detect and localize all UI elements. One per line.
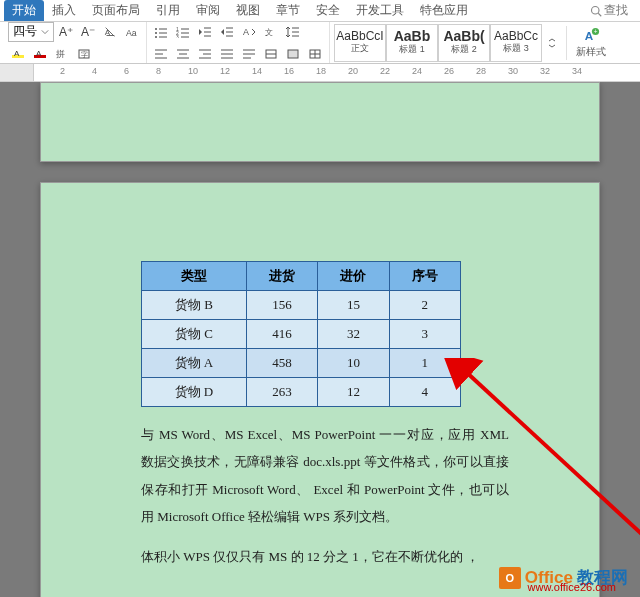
ruler-tick: 18 [316,66,326,76]
svg-text:A: A [243,27,249,37]
tab-insert[interactable]: 插入 [44,0,84,21]
table-row[interactable]: 货物 C 416 32 3 [142,320,461,349]
tab-settings-button[interactable] [261,44,281,64]
paragraph-group: 123 A 文 [147,22,330,63]
style-heading3[interactable]: AaBbCc标题 3 [490,24,542,62]
ruler-tick: 34 [572,66,582,76]
ruler-tick: 4 [92,66,97,76]
style-heading2[interactable]: AaBb(标题 2 [438,24,490,62]
svg-text:3: 3 [176,34,179,38]
align-left-button[interactable] [151,44,171,64]
tab-sections[interactable]: 章节 [268,0,308,21]
office-icon: O [499,567,521,589]
borders-button[interactable] [305,44,325,64]
change-case-button[interactable]: Aa [122,22,142,42]
tab-dev[interactable]: 开发工具 [348,0,412,21]
font-size-value: 四号 [13,23,37,40]
svg-text:A: A [36,49,42,58]
svg-point-13 [155,32,157,34]
new-style-button[interactable]: A+ 新样式 [571,27,611,59]
previous-page[interactable] [40,82,600,162]
highlight-button[interactable]: A [8,44,28,64]
svg-point-15 [155,36,157,38]
annotation-arrow [436,358,640,548]
col-header[interactable]: 进货 [246,262,317,291]
ruler-tick: 30 [508,66,518,76]
svg-text:文: 文 [265,28,273,37]
tab-special[interactable]: 特色应用 [412,0,476,21]
char-border-button[interactable]: 字 [74,44,94,64]
ruler-tick: 10 [188,66,198,76]
tab-view[interactable]: 视图 [228,0,268,21]
align-center-button[interactable] [173,44,193,64]
chevron-up-down-icon [547,38,557,48]
col-header[interactable]: 类型 [142,262,247,291]
styles-more-button[interactable] [542,24,562,62]
ruler-tick: 2 [60,66,65,76]
search-box[interactable]: 查找 [590,2,628,19]
svg-line-58 [464,370,640,538]
chevron-down-icon [41,28,49,36]
ruler-tick: 20 [348,66,358,76]
current-page[interactable]: 类型 进货 进价 序号 货物 B 156 15 2 货物 C 416 32 3 … [40,182,600,597]
decrease-font-button[interactable]: A⁻ [78,22,98,42]
ribbon-tabs: 开始 插入 页面布局 引用 审阅 视图 章节 安全 开发工具 特色应用 查找 [0,0,640,22]
svg-text:字: 字 [81,51,88,58]
ruler-tick: 8 [156,66,161,76]
tab-references[interactable]: 引用 [148,0,188,21]
align-justify-button[interactable] [217,44,237,64]
bullets-button[interactable] [151,22,171,42]
svg-point-11 [155,28,157,30]
tab-review[interactable]: 审阅 [188,0,228,21]
ruler-tick: 16 [284,66,294,76]
increase-font-button[interactable]: A⁺ [56,22,76,42]
ruler-tick: 14 [252,66,262,76]
table-row[interactable]: 货物 B 156 15 2 [142,291,461,320]
ruler-tick: 26 [444,66,454,76]
horizontal-ruler[interactable]: 2 4 6 8 10 12 14 16 18 20 22 24 26 28 30… [0,64,640,82]
align-distribute-button[interactable] [239,44,259,64]
shading-button[interactable] [283,44,303,64]
ruler-tick: 32 [540,66,550,76]
ruler-tick: 28 [476,66,486,76]
increase-indent-button[interactable] [217,22,237,42]
search-label: 查找 [604,2,628,19]
col-header[interactable]: 进价 [318,262,389,291]
svg-rect-51 [288,50,298,58]
svg-text:拼: 拼 [56,49,65,59]
style-normal[interactable]: AaBbCcI正文 [334,24,386,62]
style-heading1[interactable]: AaBb标题 1 [386,24,438,62]
watermark-url: www.office26.com [528,581,616,593]
line-spacing-button[interactable] [283,22,303,42]
ruler-tick: 6 [124,66,129,76]
tab-security[interactable]: 安全 [308,0,348,21]
tab-start[interactable]: 开始 [4,0,44,21]
document-canvas[interactable]: 类型 进货 进价 序号 货物 B 156 15 2 货物 C 416 32 3 … [0,82,640,597]
clear-format-button[interactable]: A [100,22,120,42]
char-scale-button[interactable]: A [239,22,259,42]
numbering-button[interactable]: 123 [173,22,193,42]
font-size-selector[interactable]: 四号 [8,22,54,42]
table-row-highlighted[interactable]: 货物 A 458 10 1 [142,349,461,378]
phonetic-guide-button[interactable]: 拼 [52,44,72,64]
font-group: 四号 A⁺ A⁻ A Aa A A 拼 字 [4,22,147,63]
ruler-tick: 24 [412,66,422,76]
decrease-indent-button[interactable] [195,22,215,42]
col-header[interactable]: 序号 [389,262,460,291]
font-color-button[interactable]: A [30,44,50,64]
data-table[interactable]: 类型 进货 进价 序号 货物 B 156 15 2 货物 C 416 32 3 … [141,261,461,407]
ruler-corner [0,64,34,81]
ruler-tick: 22 [380,66,390,76]
styles-group: AaBbCcI正文 AaBb标题 1 AaBb(标题 2 AaBbCc标题 3 … [330,22,615,63]
svg-text:A: A [105,27,111,36]
search-icon [590,5,602,17]
ribbon-toolbar: 四号 A⁺ A⁻ A Aa A A 拼 字 123 A [0,22,640,64]
svg-point-0 [592,6,600,14]
svg-line-1 [598,13,601,16]
text-direction-button[interactable]: 文 [261,22,281,42]
svg-text:+: + [594,28,598,35]
tab-layout[interactable]: 页面布局 [84,0,148,21]
align-right-button[interactable] [195,44,215,64]
table-row[interactable]: 货物 D 263 12 4 [142,378,461,407]
watermark-logo: O Office教程网 www.office26.com [499,566,628,589]
